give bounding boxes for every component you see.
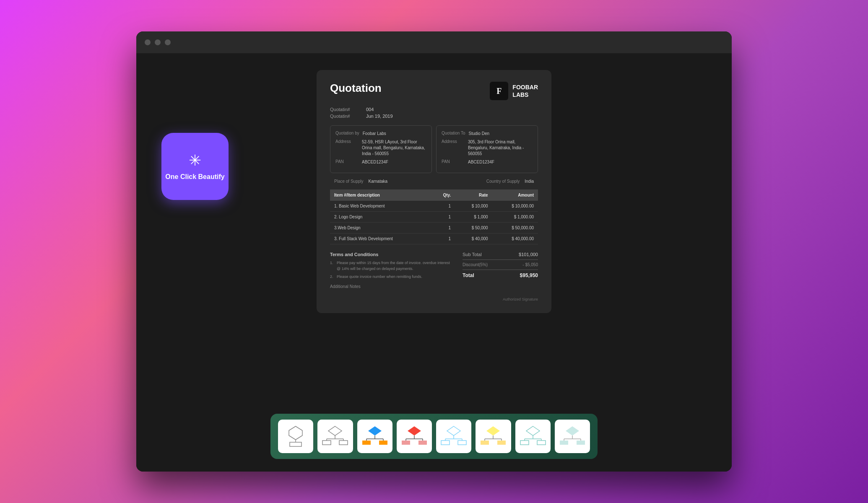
- number-label: Quotatin#: [330, 107, 359, 112]
- from-address: 52-59, HSR LAyout, 3rd Floor Orina mall,…: [362, 139, 426, 157]
- flowchart-item-8[interactable]: [555, 420, 590, 453]
- svg-rect-40: [497, 441, 506, 445]
- cell-rate: $ 1,000: [455, 212, 492, 223]
- cell-desc: 2. Logo Design: [330, 212, 431, 223]
- table-row: 3.Web Design 1 $ 50,000 $ 50,000.00: [330, 223, 538, 233]
- from-pan-label: PAN: [335, 159, 359, 165]
- svg-rect-16: [379, 441, 387, 445]
- col-header-rate: Rate: [455, 189, 492, 201]
- quotation-title-block: Quotation: [330, 82, 382, 95]
- svg-rect-56: [577, 441, 585, 445]
- ocb-label: One Click Beautify: [165, 173, 224, 181]
- flowchart-item-7[interactable]: [515, 420, 551, 453]
- total-label: Total: [463, 272, 474, 278]
- total-final-row: Total $95,950: [463, 272, 538, 278]
- from-label-row: Quotation by Foobar Labs: [335, 131, 426, 137]
- to-label-row: Quotation To Studio Den: [442, 131, 533, 137]
- country-of-supply: Country of Supply India: [486, 179, 534, 184]
- svg-rect-24: [418, 441, 427, 445]
- svg-rect-48: [537, 441, 546, 445]
- svg-rect-23: [402, 441, 410, 445]
- number-value: 004: [366, 107, 374, 112]
- table-row: 2. Logo Design 1 $ 1,000 $ 1,000.00: [330, 212, 538, 223]
- date-label: Quotatin#: [330, 114, 359, 119]
- sparkle-icon: ✳: [189, 152, 201, 169]
- traffic-light-close[interactable]: [145, 39, 151, 45]
- svg-marker-0: [289, 426, 302, 440]
- svg-rect-32: [458, 441, 466, 445]
- cell-desc: 3. Full Stack Web Development: [330, 233, 431, 244]
- svg-rect-39: [481, 441, 489, 445]
- svg-marker-3: [328, 426, 342, 436]
- cell-desc: 3.Web Design: [330, 223, 431, 233]
- doc-header: Quotation F FOOBAR LABS: [330, 82, 538, 100]
- place-supply-label: Place of Supply: [334, 179, 364, 184]
- total-divider-2: [463, 270, 538, 270]
- flowchart-bar: [270, 414, 598, 459]
- place-supply-value: Karnataka: [369, 179, 388, 184]
- company-name: FOOBAR LABS: [512, 83, 538, 99]
- address-grid: Quotation by Foobar Labs Address 52-59, …: [330, 125, 538, 173]
- from-address-label: Address: [335, 139, 359, 157]
- col-header-qty: Qty.: [431, 189, 455, 201]
- from-pan-row: PAN ABCED1234F: [335, 159, 426, 165]
- quotation-document: Quotation F FOOBAR LABS Quotatin# 004: [317, 70, 551, 313]
- from-name: Foobar Labs: [363, 131, 386, 137]
- company-logo: F FOOBAR LABS: [490, 82, 538, 100]
- cell-qty: 1: [431, 212, 455, 223]
- from-label: Quotation by: [335, 131, 359, 137]
- cell-qty: 1: [431, 223, 455, 233]
- country-supply-value: India: [525, 179, 534, 184]
- address-from: Quotation by Foobar Labs Address 52-59, …: [330, 125, 432, 173]
- ocb-app-icon[interactable]: ✳ One Click Beautify: [161, 133, 229, 200]
- subtotal-row: Sub Total $101,000: [463, 252, 538, 257]
- traffic-light-maximize[interactable]: [165, 39, 171, 45]
- total-value: $95,950: [520, 272, 538, 278]
- cell-desc: 1. Basic Web Development: [330, 201, 431, 212]
- discount-value: - $5,050: [522, 262, 538, 267]
- to-pan-label: PAN: [442, 159, 465, 165]
- totals-section: Sub Total $101,000 Discount(5%) - $5,050…: [463, 252, 538, 281]
- traffic-light-minimize[interactable]: [155, 39, 161, 45]
- browser-window: ✳ One Click Beautify Quotation F FOOBAR …: [136, 31, 732, 472]
- cell-amount: $ 1,000.00: [492, 212, 538, 223]
- svg-marker-51: [566, 426, 579, 436]
- from-pan: ABCED1234F: [362, 159, 388, 165]
- quotation-title: Quotation: [330, 82, 382, 95]
- total-divider: [463, 259, 538, 260]
- svg-rect-15: [362, 441, 371, 445]
- flowchart-item-1[interactable]: [278, 420, 313, 453]
- flowchart-item-4[interactable]: [397, 420, 432, 453]
- svg-marker-43: [526, 426, 540, 436]
- flowchart-item-5[interactable]: [436, 420, 471, 453]
- company-name-line1: FOOBAR: [512, 84, 538, 91]
- subtotal-value: $101,000: [519, 252, 538, 257]
- place-of-supply: Place of Supply Karnataka: [334, 179, 387, 184]
- flowchart-item-6[interactable]: [476, 420, 511, 453]
- footer-section: Terms and Conditions 1. Please pay withi…: [330, 252, 538, 289]
- to-pan-row: PAN ABCED1234F: [442, 159, 533, 165]
- cell-amount: $ 40,000.00: [492, 233, 538, 244]
- cell-rate: $ 10,000: [455, 201, 492, 212]
- titlebar: [136, 31, 732, 53]
- to-address-row: Address 305, 3rd Floor Orina mall, Benga…: [442, 139, 533, 157]
- svg-rect-8: [339, 441, 348, 445]
- col-header-desc: Item #/Item description: [330, 189, 431, 201]
- address-to: Quotation To Studio Den Address 305, 3rd…: [436, 125, 538, 173]
- additional-notes: Additional Notes: [330, 284, 454, 289]
- from-address-row: Address 52-59, HSR LAyout, 3rd Floor Ori…: [335, 139, 426, 157]
- svg-rect-31: [441, 441, 450, 445]
- terms-title: Terms and Conditions: [330, 252, 454, 257]
- svg-marker-35: [486, 426, 500, 436]
- meta-row-date: Quotatin# Jun 19, 2019: [330, 114, 538, 119]
- col-header-amount: Amount: [492, 189, 538, 201]
- terms-section: Terms and Conditions 1. Please pay withi…: [330, 252, 454, 289]
- flowchart-item-3[interactable]: [357, 420, 392, 453]
- cell-amount: $ 10,000.00: [492, 201, 538, 212]
- terms-item-2: 2. Please quote invoice number when remi…: [330, 274, 454, 280]
- svg-marker-19: [408, 426, 421, 436]
- to-address-label: Address: [442, 139, 465, 157]
- flowchart-item-2[interactable]: [317, 420, 353, 453]
- cell-rate: $ 40,000: [455, 233, 492, 244]
- table-row: 3. Full Stack Web Development 1 $ 40,000…: [330, 233, 538, 244]
